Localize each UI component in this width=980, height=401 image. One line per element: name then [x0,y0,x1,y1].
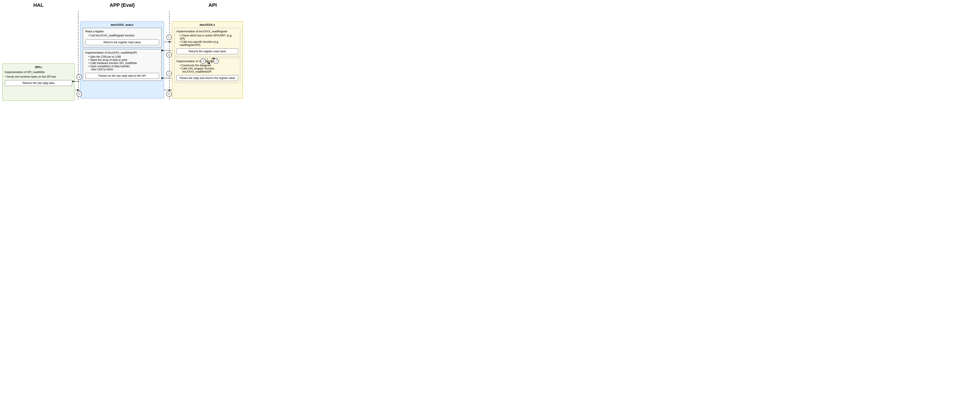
dashed-line-left [78,11,78,100]
app-header: APP (Eval) [100,2,145,8]
hal-box: SPI.c Implementation of SPI_readWrite • … [2,64,75,101]
api-bottom-inner-box: Implementation of readRegisterSPI • Cons… [174,58,240,83]
app-rw-spi-title: Implementation of tmcXXXX_readWriteSPI [85,51,159,54]
svg-point-5 [167,35,172,40]
app-read-reg-title: Read a register [85,30,159,33]
app-read-reg-box: Read a register • Call tmcXXXX_readRegis… [83,28,162,47]
api-bottom-bullet1: • Constructs the datagram [180,64,238,67]
api-bottom-bullet2b: tmcXXXX_readWriteSPI [182,70,238,73]
api-top-title: Implementation of tmcXXXX_readRegister [177,30,238,33]
hal-impl-title: Implementation of SPI_readWrite [5,71,72,74]
svg-point-13 [167,71,172,76]
hal-bullet1: • Sends and receives bytes on the SPI bu… [5,75,72,78]
app-rw-spi-return: Passes on the raw reply data to the API [85,73,159,79]
app-rw-spi-bullet4: • Upon completion of data transfer, [89,65,159,68]
app-rw-spi-bullet4b: sets CSN to HIGH [91,68,159,71]
api-top-bullet1: • Check which bus is active SPI/UART. (e… [180,34,238,40]
circle-4: 4 [78,76,80,78]
hal-header: HAL [21,2,57,8]
diagram: HAL APP (Eval) API SPI.c Implementation … [2,2,243,100]
svg-point-7 [167,52,172,57]
api-top-return: Returns the register read value [177,48,238,54]
app-outer-box: tmcXXXX_eval.c Read a register • Call tm… [80,22,164,99]
app-rw-spi-bullet3: • Calls hardware function SPI_readWrite [89,62,159,65]
app-read-reg-return: Returns the register read value [85,39,159,45]
api-file-title: tmcXXXX.c [174,23,240,27]
app-rw-spi-bullet1: • Sets the CSN pin to LOW [89,55,159,58]
app-read-reg-bullet1: • Call tmcXXXX_readRegister function [89,34,159,37]
svg-point-19 [167,92,172,97]
api-bottom-return: Parses the reply and returns the registe… [177,75,238,81]
api-top-bullet2: • Calls bus-specific function (e.g. read… [180,40,238,47]
dashed-line-right [169,11,170,100]
circle-5: 5 [78,93,80,95]
hal-return-box: Returns the raw reply data [5,80,72,86]
app-file-title: tmcXXXX_eval.c [83,23,162,27]
hal-file-title: SPI.c [5,65,72,69]
app-rw-spi-box: Implementation of tmcXXXX_readWriteSPI •… [83,49,162,81]
api-bottom-title: Implementation of readRegisterSPI [177,60,238,63]
api-bottom-bullet2: • Calls HAL wrapper function [180,67,238,70]
api-top-inner-box: Implementation of tmcXXXX_readRegister •… [174,28,240,56]
api-outer-box: tmcXXXX.c Implementation of tmcXXXX_read… [172,22,243,99]
app-rw-spi-bullet2: • Takes the array of data to write [89,58,159,62]
api-header: API [192,2,233,8]
